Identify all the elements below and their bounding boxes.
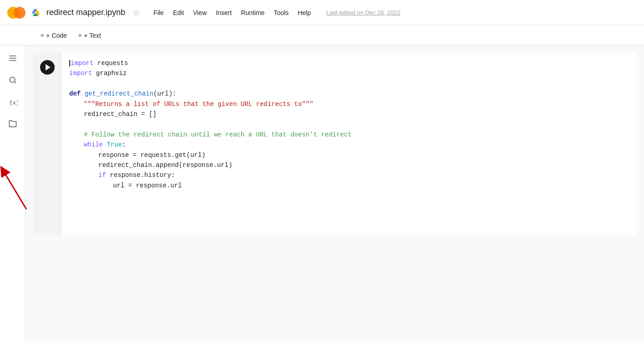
notebook-title: redirect mapper.ipynb: [46, 8, 125, 17]
code-text-3: [81, 90, 84, 97]
code-cell: import requests import graphviz def get_…: [33, 53, 637, 235]
svg-line-6: [14, 82, 16, 84]
svg-rect-2: [9, 55, 16, 56]
code-text-1: requests: [93, 60, 128, 67]
code-line-6: # Follow the redirect chain until we rea…: [69, 130, 629, 140]
code-text-5: redirect_chain = []: [84, 111, 157, 118]
menu-bar: File Edit View Insert Runtime Tools Help: [149, 7, 315, 18]
drive-icon: [31, 8, 41, 18]
svg-point-1: [14, 7, 26, 19]
code-line-blank-1: [69, 79, 629, 89]
star-icon[interactable]: ☆: [133, 8, 140, 18]
menu-help[interactable]: Help: [293, 7, 316, 18]
code-line-blank-2: [69, 119, 629, 129]
code-line-2: import graphviz: [69, 68, 629, 78]
sidebar-search-icon[interactable]: [7, 75, 18, 86]
plus-icon: +: [40, 31, 44, 40]
keyword-if: if: [98, 172, 106, 179]
code-line-11: url = response.url: [69, 181, 629, 191]
run-button[interactable]: [40, 60, 55, 75]
main-layout: {x}: [0, 45, 644, 343]
code-line-10: if response.history:: [69, 170, 629, 180]
keyword-import-2: import: [69, 70, 92, 77]
keyword-def: def: [69, 90, 81, 97]
docstring: """Returns a list of URLs that the given…: [84, 101, 313, 108]
add-text-button[interactable]: + + Text: [74, 30, 105, 41]
code-line-9: redirect_chain.append(response.url): [69, 160, 629, 170]
code-line-7: while True:: [69, 140, 629, 150]
menu-tools[interactable]: Tools: [269, 7, 293, 18]
code-line-5: redirect_chain = []: [69, 109, 629, 119]
cell-code-content[interactable]: import requests import graphviz def get_…: [62, 53, 637, 235]
cell-gutter: [33, 53, 62, 235]
add-code-label: + Code: [46, 32, 67, 39]
toolbar: + + Code + + Text: [0, 25, 644, 45]
svg-text:{x}: {x}: [9, 99, 17, 106]
svg-rect-4: [9, 60, 16, 61]
code-text-11: url = response.url: [113, 182, 182, 189]
keyword-true: True: [107, 141, 122, 148]
menu-insert[interactable]: Insert: [211, 7, 236, 18]
code-line-1: import requests: [69, 58, 629, 68]
sidebar-menu-icon[interactable]: [7, 53, 18, 64]
code-line-4: """Returns a list of URLs that the given…: [69, 99, 629, 109]
cursor: [69, 60, 70, 66]
code-text-9: redirect_chain.append(response.url): [98, 161, 232, 169]
sidebar: {x}: [0, 45, 26, 343]
svg-line-8: [5, 173, 26, 209]
keyword-import-1: import: [71, 60, 93, 67]
code-comment: # Follow the redirect chain until we rea…: [84, 131, 352, 138]
add-code-button[interactable]: + + Code: [36, 30, 71, 41]
last-edited-text[interactable]: Last edited on Dec 28, 2022: [327, 9, 401, 16]
plus-text-icon: +: [78, 31, 82, 40]
sidebar-variables-icon[interactable]: {x}: [7, 96, 18, 107]
svg-rect-3: [9, 58, 16, 59]
menu-view[interactable]: View: [189, 7, 211, 18]
menu-edit[interactable]: Edit: [169, 7, 189, 18]
add-text-label: + Text: [84, 32, 101, 39]
header: redirect mapper.ipynb ☆ File Edit View I…: [0, 0, 644, 25]
code-text-10: response.history:: [106, 172, 175, 179]
code-line-8: response = requests.get(url): [69, 150, 629, 160]
code-text-2: graphviz: [92, 70, 127, 77]
code-text-3b: (url):: [153, 90, 176, 97]
code-line-3: def get_redirect_chain(url):: [69, 89, 629, 99]
code-text-7b: :: [122, 141, 126, 148]
keyword-while: while: [84, 141, 103, 148]
notebook-area[interactable]: import requests import graphviz def get_…: [26, 45, 644, 343]
menu-file[interactable]: File: [149, 7, 169, 18]
sidebar-files-icon[interactable]: [7, 118, 18, 129]
svg-point-5: [10, 77, 15, 82]
menu-runtime[interactable]: Runtime: [236, 7, 269, 18]
code-text-8: response = requests.get(url): [98, 151, 205, 159]
fn-name: get_redirect_chain: [85, 90, 153, 97]
colab-logo: [7, 4, 26, 22]
run-triangle-icon: [46, 64, 51, 71]
